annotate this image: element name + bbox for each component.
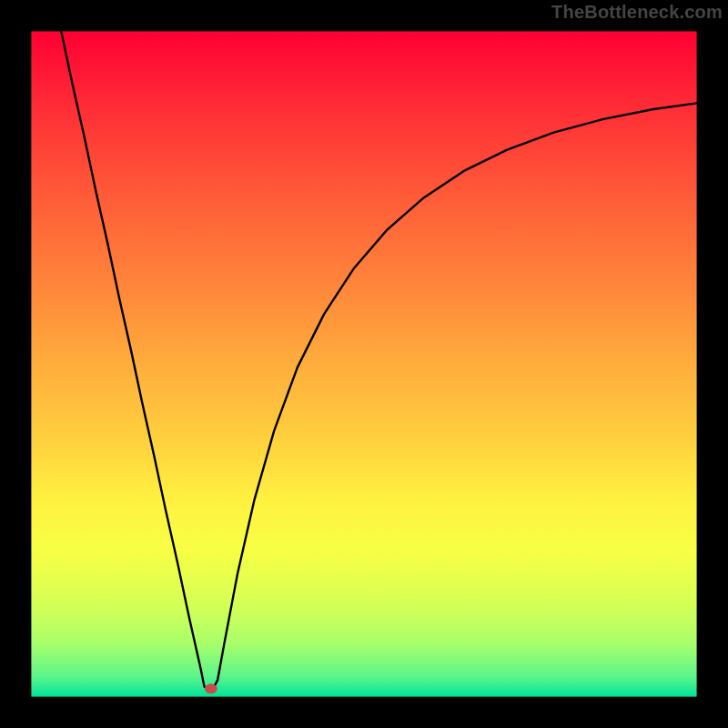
bottleneck-chart: TheBottleneck.com — [0, 0, 728, 728]
chart-plot-background — [31, 31, 696, 696]
optimal-point-marker — [205, 683, 217, 693]
chart-canvas — [0, 0, 728, 728]
source-attribution: TheBottleneck.com — [551, 2, 723, 23]
